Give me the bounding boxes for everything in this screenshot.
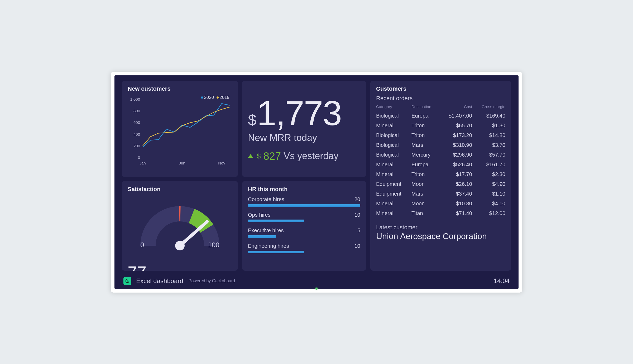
dashboard-screen: New customers 2020 2019 02004006008001,0… — [114, 75, 519, 289]
cell-gross-margin: $4.90 — [472, 179, 505, 189]
cell-cost: $173.20 — [439, 130, 472, 140]
cell-category: Biological — [376, 111, 411, 121]
cell-cost: $71.40 — [439, 208, 472, 218]
cell-category: Biological — [376, 140, 411, 150]
line-chart-svg: 02004006008001,000JanJunNov — [128, 95, 232, 169]
mrr-currency: $ — [248, 111, 256, 129]
table-row: MineralMoon$10.80$4.10 — [376, 199, 505, 208]
cell-gross-margin: $4.10 — [472, 199, 505, 208]
hr-value: 20 — [354, 196, 360, 202]
hr-value: 10 — [354, 243, 360, 249]
svg-text:600: 600 — [133, 120, 140, 125]
cell-destination: Mars — [411, 140, 439, 150]
latest-customer-label: Latest customer — [376, 224, 505, 231]
cell-cost: $65.70 — [439, 121, 472, 130]
cell-category: Mineral — [376, 160, 411, 169]
hr-value: 10 — [354, 212, 360, 218]
hr-label: Ops hires — [248, 212, 271, 218]
card-new-customers: New customers 2020 2019 02004006008001,0… — [122, 81, 238, 177]
svg-text:Jun: Jun — [179, 161, 185, 165]
latest-customer: Latest customer Union Aerospace Corporat… — [376, 224, 505, 241]
hr-row: Engineering hires10 — [248, 243, 360, 253]
card-mrr: $ 1,773 New MRR today $827 Vs yesterday — [242, 81, 366, 177]
cell-category: Biological — [376, 150, 411, 160]
cell-destination: Mercury — [411, 150, 439, 160]
cell-gross-margin: $12.00 — [472, 208, 505, 218]
table-row: MineralTitan$71.40$12.00 — [376, 208, 505, 218]
hr-label: Corporate hires — [248, 196, 284, 202]
table-row: MineralTriton$17.70$2.30 — [376, 169, 505, 179]
cell-category: Equipment — [376, 189, 411, 199]
mrr-number: 1,773 — [257, 96, 341, 131]
hr-bar — [248, 220, 360, 222]
cell-destination: Moon — [411, 179, 439, 189]
gauge: 0 100 — [128, 195, 232, 264]
cell-cost: $37.40 — [439, 189, 472, 199]
cell-gross-margin: $57.70 — [472, 150, 505, 160]
cell-gross-margin: $1.30 — [472, 121, 505, 130]
mrr-label: New MRR today — [248, 132, 360, 143]
footer-title: Excel dashboard — [136, 277, 183, 285]
cell-category: Mineral — [376, 199, 411, 208]
dashboard-grid: New customers 2020 2019 02004006008001,0… — [122, 81, 511, 273]
card-hr: HR this month Corporate hires20Ops hires… — [242, 181, 366, 271]
table-header-row: Category Destination Cost Gross margin — [376, 103, 505, 111]
cell-destination: Triton — [411, 130, 439, 140]
footer-clock: 14:04 — [494, 277, 510, 285]
cell-destination: Mars — [411, 189, 439, 199]
cell-cost: $10.80 — [439, 199, 472, 208]
table-row: MineralEuropa$526.40$161.70 — [376, 160, 505, 169]
cell-category: Mineral — [376, 208, 411, 218]
hr-bar — [248, 235, 360, 238]
mrr-delta-currency: $ — [257, 152, 261, 160]
cell-destination: Moon — [411, 199, 439, 208]
cell-category: Mineral — [376, 121, 411, 130]
mrr-delta-label: Vs yesterday — [284, 151, 338, 162]
chart-legend: 2020 2019 — [201, 95, 229, 100]
gauge-scale: 0 100 — [128, 241, 232, 249]
svg-text:400: 400 — [133, 132, 140, 136]
svg-text:0: 0 — [138, 155, 140, 159]
mrr-delta-value: 827 — [263, 150, 281, 162]
cell-destination: Triton — [411, 169, 439, 179]
card-title: New customers — [128, 85, 232, 92]
legend-2019: 2019 — [217, 95, 229, 100]
svg-text:Jan: Jan — [139, 161, 146, 165]
svg-text:800: 800 — [133, 109, 140, 113]
table-row: BiologicalTriton$173.20$14.80 — [376, 130, 505, 140]
card-title: Customers — [376, 85, 505, 92]
legend-2020: 2020 — [201, 95, 214, 100]
line-chart: 2020 2019 02004006008001,000JanJunNov — [128, 95, 232, 169]
col-category: Category — [376, 103, 411, 111]
hr-bar — [248, 204, 360, 207]
table-row: EquipmentMoon$26.10$4.90 — [376, 179, 505, 189]
hr-list: Corporate hires20Ops hires10Executive hi… — [248, 196, 360, 253]
table-row: BiologicalMars$310.90$3.70 — [376, 140, 505, 150]
hr-label: Executive hires — [248, 227, 284, 234]
mrr-value: $ 1,773 — [248, 96, 360, 131]
hr-bar — [248, 251, 360, 253]
cell-gross-margin: $2.30 — [472, 169, 505, 179]
cell-gross-margin: $1.10 — [472, 189, 505, 199]
gauge-value: 77 — [128, 263, 232, 271]
cell-gross-margin: $169.40 — [472, 111, 505, 121]
cell-cost: $296.90 — [439, 150, 472, 160]
cell-category: Mineral — [376, 169, 411, 179]
cell-destination: Triton — [411, 121, 439, 130]
gauge-max: 100 — [208, 241, 219, 249]
gauge-min: 0 — [140, 241, 144, 249]
hr-row: Corporate hires20 — [248, 196, 360, 207]
footer-powered: Powered by Geckoboard — [189, 279, 235, 283]
hr-value: 5 — [357, 227, 360, 234]
hr-row: Executive hires5 — [248, 227, 360, 238]
cell-destination: Titan — [411, 208, 439, 218]
mrr-delta: $827 Vs yesterday — [248, 150, 360, 162]
cell-category: Equipment — [376, 179, 411, 189]
cell-gross-margin: $3.70 — [472, 140, 505, 150]
table-row: MineralTriton$65.70$1.30 — [376, 121, 505, 130]
subheading: Recent orders — [376, 95, 505, 102]
card-title: Satisfaction — [128, 186, 232, 193]
power-indicator-icon — [315, 288, 318, 290]
table-row: BiologicalEuropa$1,407.00$169.40 — [376, 111, 505, 121]
hr-label: Engineering hires — [248, 243, 289, 249]
